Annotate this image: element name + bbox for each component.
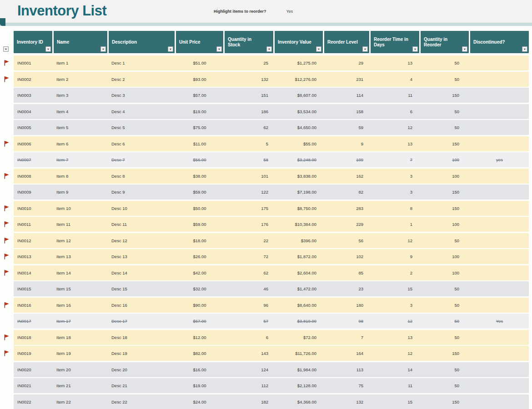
- cell-reorder-time-in-days[interactable]: 6: [371, 104, 419, 119]
- cell-inventory-value[interactable]: $3,534.00: [275, 104, 323, 119]
- cell-name[interactable]: Item 1: [54, 55, 107, 70]
- header-cell-inventory-value[interactable]: Inventory Value: [275, 31, 323, 53]
- header-cell-reorder-level[interactable]: Reorder Level: [324, 31, 369, 53]
- cell-inventory-id[interactable]: IN0016: [14, 298, 52, 313]
- cell-quantity-in-stock[interactable]: 62: [225, 120, 273, 135]
- cell-discontinued[interactable]: [470, 72, 529, 87]
- cell-inventory-id[interactable]: IN0007: [14, 152, 52, 167]
- cell-discontinued[interactable]: [470, 394, 529, 409]
- filter-button[interactable]: [216, 46, 222, 52]
- cell-description[interactable]: Desc 17: [109, 314, 175, 329]
- cell-quantity-in-reorder[interactable]: 150: [421, 201, 469, 216]
- cell-inventory-id[interactable]: IN0017: [14, 314, 52, 329]
- cell-discontinued[interactable]: [470, 233, 529, 248]
- header-cell-reorder-time-in-days[interactable]: Reorder Time in Days: [371, 31, 419, 53]
- cell-reorder-time-in-days[interactable]: 3: [371, 169, 419, 184]
- cell-reorder-time-in-days[interactable]: 1: [371, 217, 419, 232]
- cell-unit-price[interactable]: $24.00: [176, 394, 223, 409]
- cell-quantity-in-stock[interactable]: 132: [225, 72, 273, 87]
- cell-description[interactable]: Desc 5: [109, 120, 175, 135]
- cell-description[interactable]: Desc 13: [109, 249, 175, 264]
- cell-quantity-in-stock[interactable]: 124: [225, 362, 273, 377]
- cell-reorder-level[interactable]: 59: [324, 120, 369, 135]
- cell-inventory-value[interactable]: $1,984.00: [275, 362, 323, 377]
- cell-description[interactable]: Desc 14: [109, 265, 175, 280]
- cell-discontinued[interactable]: Yes: [470, 314, 529, 329]
- cell-description[interactable]: Desc 2: [109, 72, 175, 87]
- cell-name[interactable]: Item 2: [54, 72, 107, 87]
- cell-description[interactable]: Desc 22: [109, 394, 175, 409]
- filter-button[interactable]: [45, 46, 51, 52]
- cell-inventory-value[interactable]: $396.00: [275, 233, 323, 248]
- cell-description[interactable]: Desc 6: [109, 136, 175, 151]
- header-cell-description[interactable]: Description: [109, 31, 175, 53]
- cell-description[interactable]: Desc 3: [109, 88, 175, 103]
- cell-reorder-time-in-days[interactable]: 12: [371, 233, 419, 248]
- filter-button[interactable]: [462, 46, 467, 52]
- cell-inventory-id[interactable]: IN0015: [14, 281, 52, 296]
- cell-reorder-level[interactable]: 164: [324, 346, 369, 361]
- cell-inventory-value[interactable]: $7,198.00: [275, 185, 323, 200]
- cell-discontinued[interactable]: [470, 346, 529, 361]
- cell-unit-price[interactable]: $16.00: [176, 362, 223, 377]
- cell-quantity-in-stock[interactable]: 122: [225, 185, 273, 200]
- cell-inventory-value[interactable]: $4,650.00: [275, 120, 323, 135]
- cell-inventory-value[interactable]: $8,640.00: [275, 298, 323, 313]
- header-cell-quantity-in-reorder[interactable]: Quantity in Reorder: [421, 31, 469, 53]
- cell-inventory-value[interactable]: $10,384.00: [275, 217, 323, 232]
- filter-button[interactable]: [266, 46, 272, 52]
- cell-unit-price[interactable]: $59.00: [176, 217, 223, 232]
- cell-name[interactable]: Item 16: [54, 298, 107, 313]
- cell-name[interactable]: Item 9: [54, 185, 107, 200]
- header-cell-discontinued[interactable]: Discontinued?: [470, 31, 529, 53]
- header-cell-unit-price[interactable]: Unit Price: [176, 31, 223, 53]
- cell-discontinued[interactable]: [470, 265, 529, 280]
- cell-description[interactable]: Desc 18: [109, 330, 175, 345]
- cell-inventory-id[interactable]: IN0008: [14, 169, 52, 184]
- cell-inventory-value[interactable]: $3,838.00: [275, 169, 323, 184]
- cell-quantity-in-reorder[interactable]: 150: [421, 136, 469, 151]
- cell-discontinued[interactable]: [470, 136, 529, 151]
- cell-reorder-level[interactable]: 231: [324, 72, 369, 87]
- cell-inventory-id[interactable]: IN0022: [14, 394, 52, 409]
- cell-quantity-in-stock[interactable]: 151: [225, 88, 273, 103]
- cell-reorder-level[interactable]: 9: [324, 136, 369, 151]
- cell-inventory-id[interactable]: IN0004: [14, 104, 52, 119]
- cell-quantity-in-stock[interactable]: 62: [225, 265, 273, 280]
- cell-quantity-in-reorder[interactable]: 150: [421, 185, 469, 200]
- cell-reorder-level[interactable]: 102: [324, 249, 369, 264]
- cell-quantity-in-reorder[interactable]: 100: [421, 249, 469, 264]
- cell-quantity-in-stock[interactable]: 112: [225, 378, 273, 393]
- cell-unit-price[interactable]: $26.00: [176, 249, 223, 264]
- cell-inventory-id[interactable]: IN0005: [14, 120, 52, 135]
- cell-inventory-id[interactable]: IN0021: [14, 378, 52, 393]
- cell-inventory-value[interactable]: $1,472.00: [275, 281, 323, 296]
- cell-reorder-level[interactable]: 98: [324, 314, 369, 329]
- cell-description[interactable]: Desc 9: [109, 185, 175, 200]
- cell-reorder-time-in-days[interactable]: 11: [371, 88, 419, 103]
- header-cell-inventory-id[interactable]: Inventory ID: [14, 31, 52, 53]
- cell-name[interactable]: Item 20: [54, 362, 107, 377]
- cell-quantity-in-reorder[interactable]: 50: [421, 362, 469, 377]
- cell-reorder-level[interactable]: 23: [324, 281, 369, 296]
- cell-inventory-id[interactable]: IN0003: [14, 88, 52, 103]
- cell-name[interactable]: Item 8: [54, 169, 107, 184]
- cell-quantity-in-stock[interactable]: 22: [225, 233, 273, 248]
- cell-description[interactable]: Desc 20: [109, 362, 175, 377]
- cell-inventory-value[interactable]: $8,607.00: [275, 88, 323, 103]
- cell-quantity-in-reorder[interactable]: 150: [421, 88, 469, 103]
- cell-quantity-in-reorder[interactable]: 100: [421, 217, 469, 232]
- cell-quantity-in-stock[interactable]: 176: [225, 217, 273, 232]
- cell-reorder-time-in-days[interactable]: 13: [371, 55, 419, 70]
- cell-unit-price[interactable]: $19.00: [176, 378, 223, 393]
- cell-name[interactable]: Item 10: [54, 201, 107, 216]
- cell-reorder-time-in-days[interactable]: 7: [371, 152, 419, 167]
- cell-unit-price[interactable]: $38.00: [176, 169, 223, 184]
- cell-reorder-time-in-days[interactable]: 11: [371, 378, 419, 393]
- cell-reorder-time-in-days[interactable]: 9: [371, 249, 419, 264]
- cell-reorder-level[interactable]: 283: [324, 201, 369, 216]
- cell-description[interactable]: Desc 4: [109, 104, 175, 119]
- cell-reorder-time-in-days[interactable]: 15: [371, 281, 419, 296]
- cell-unit-price[interactable]: $12.00: [176, 330, 223, 345]
- cell-unit-price[interactable]: $82.00: [176, 346, 223, 361]
